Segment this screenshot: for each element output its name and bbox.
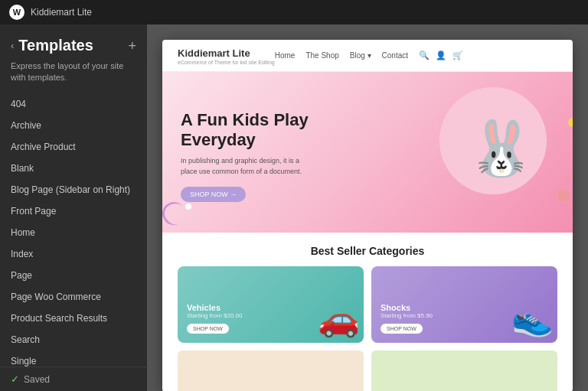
hero-section: A Fun Kids Play Everyday In publishing a… <box>162 72 573 233</box>
sidebar-description: Express the layout of your site with tem… <box>0 60 147 93</box>
sidebar-item[interactable]: 404 <box>0 93 147 115</box>
saved-label: Saved <box>24 374 50 385</box>
search-icon[interactable]: 🔍 <box>419 51 430 60</box>
cat-shocks-title: Shocks <box>381 303 548 312</box>
preview-area: Kiddiemart Lite eCommerce of Theme for k… <box>147 24 588 391</box>
wp-logo: W <box>9 5 24 20</box>
category-card-vehicles[interactable]: Vehicles Starting from $20.00 SHOP NOW 🚗 <box>178 266 364 343</box>
hero-description: In publishing and graphic design, it is … <box>181 156 303 177</box>
topbar-title: Kiddiemart Lite <box>31 7 92 18</box>
deco-circle-yellow <box>568 118 573 127</box>
sidebar-item[interactable]: Blank <box>0 158 147 179</box>
categories-section: Best Seller Categories Vehicles Starting… <box>162 233 573 391</box>
site-nav-icons: 🔍 👤 🛒 <box>419 51 463 60</box>
site-nav: Kiddiemart Lite eCommerce of Theme for k… <box>162 40 573 72</box>
sidebar-item[interactable]: Search <box>0 329 147 350</box>
sidebar-item[interactable]: Index <box>0 243 147 265</box>
site-logo-tagline: eCommerce of Theme for kid site Editing <box>178 60 275 65</box>
site-preview: Kiddiemart Lite eCommerce of Theme for k… <box>162 40 573 391</box>
nav-contact[interactable]: Contact <box>382 51 408 60</box>
sidebar-item[interactable]: Archive Product <box>0 136 147 158</box>
sidebar-add-button[interactable]: + <box>128 39 136 53</box>
hero-image-area: 🐰 <box>416 95 554 217</box>
site-logo-text: Kiddiemart Lite <box>178 47 250 59</box>
categories-title: Best Seller Categories <box>178 245 557 257</box>
hero-bunny-image: 🐰 <box>462 95 539 202</box>
sidebar-item[interactable]: Archive <box>0 115 147 136</box>
site-nav-links: Home The Shop Blog ▾ Contact <box>275 51 408 60</box>
cat-vehicles-title: Vehicles <box>187 303 354 312</box>
nav-shop[interactable]: The Shop <box>305 51 338 60</box>
deco-circle-white <box>185 204 191 210</box>
category-card-shocks[interactable]: Shocks Starting from $5.90 SHOP NOW 👟 <box>371 266 557 343</box>
sidebar-title: Templates <box>18 37 128 54</box>
sidebar-item[interactable]: Product Search Results <box>0 308 147 329</box>
hero-content: A Fun Kids Play Everyday In publishing a… <box>181 110 416 203</box>
hero-title: A Fun Kids Play Everyday <box>181 110 416 151</box>
sidebar-item[interactable]: Single <box>0 350 147 367</box>
cart-icon[interactable]: 🛒 <box>452 51 463 60</box>
sidebar-item[interactable]: Home <box>0 222 147 243</box>
user-icon[interactable]: 👤 <box>436 51 446 60</box>
hero-cta-button[interactable]: SHOP NOW → <box>181 187 246 202</box>
more-categories <box>178 350 557 391</box>
nav-home[interactable]: Home <box>275 51 296 60</box>
cat-shocks-price: Starting from $5.90 <box>381 312 548 319</box>
nav-blog[interactable]: Blog ▾ <box>350 51 371 60</box>
sidebar-item[interactable]: Blog Page (Sidebar on Right) <box>0 179 147 200</box>
main-layout: ‹ Templates + Express the layout of your… <box>0 24 588 391</box>
deco-circle-pink <box>557 190 570 202</box>
sidebar-back-icon[interactable]: ‹ <box>11 40 14 51</box>
mini-card-2 <box>371 350 557 391</box>
cat-vehicles-price: Starting from $20.00 <box>187 312 354 319</box>
sidebar-footer: ✓ Saved <box>0 367 147 391</box>
sidebar: ‹ Templates + Express the layout of your… <box>0 24 147 391</box>
mini-card-1 <box>178 350 364 391</box>
cat-shocks-btn[interactable]: SHOP NOW <box>381 324 423 334</box>
sidebar-item[interactable]: Page <box>0 265 147 286</box>
sidebar-item[interactable]: Page Woo Commerce <box>0 286 147 308</box>
topbar: W Kiddiemart Lite <box>0 0 588 24</box>
site-logo: Kiddiemart Lite eCommerce of Theme for k… <box>178 46 275 65</box>
categories-grid: Vehicles Starting from $20.00 SHOP NOW 🚗… <box>178 266 557 343</box>
cat-vehicles-btn[interactable]: SHOP NOW <box>187 324 229 334</box>
saved-check-icon: ✓ <box>11 373 19 385</box>
sidebar-item[interactable]: Front Page <box>0 200 147 222</box>
sidebar-list: 404ArchiveArchive ProductBlankBlog Page … <box>0 93 147 367</box>
sidebar-header: ‹ Templates + <box>0 24 147 60</box>
deco-purple-arc <box>162 198 189 230</box>
